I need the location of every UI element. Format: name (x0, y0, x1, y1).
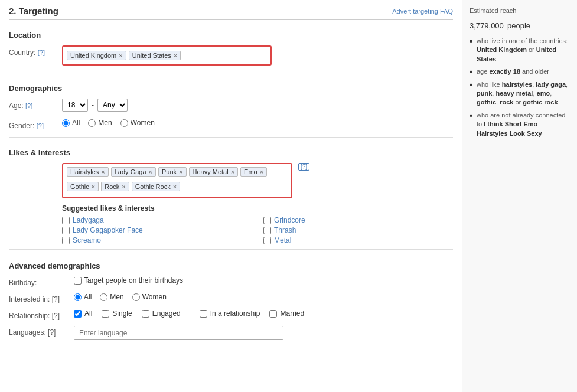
reach-number: 3,779,000 people (470, 17, 570, 32)
rel-single[interactable]: Single (102, 309, 132, 318)
birthday-row: Birthday: Target people on their birthda… (9, 276, 453, 287)
bullet-not-connected: who are not already connected to I think… (470, 111, 570, 138)
birthday-check[interactable]: Target people on their birthdays (74, 276, 183, 285)
gender-men[interactable]: Men (88, 119, 112, 127)
rel-inrelationship[interactable]: In a relationship (200, 309, 260, 318)
suggested-title: Suggested likes & interests (62, 204, 453, 213)
interested-row: Interested in: [?] All Men Women (9, 293, 453, 303)
interested-all[interactable]: All (74, 293, 92, 301)
rel-engaged[interactable]: Engaged (142, 309, 181, 318)
languages-help[interactable]: [?] (48, 328, 56, 337)
demographics-section: Demographics Age: [?] 18 - Any (9, 84, 453, 130)
sidebar-bullets: who live in one of the countries: United… (470, 37, 570, 138)
birthday-label: Birthday: (9, 276, 74, 287)
suggest-thrash[interactable]: Thrash (263, 226, 453, 234)
location-title: Location (9, 31, 453, 40)
gender-all[interactable]: All (62, 119, 80, 127)
age-to-select[interactable]: Any (97, 99, 128, 112)
demographics-title: Demographics (9, 84, 453, 93)
tag-punk: Punk× (158, 167, 187, 177)
tag-emo: Emo× (240, 167, 267, 177)
interested-help[interactable]: [?] (52, 295, 60, 303)
remove-emo[interactable]: × (260, 168, 263, 175)
likes-help[interactable]: [?] (298, 163, 309, 171)
divider-3 (9, 249, 453, 250)
bullet-countries: who live in one of the countries: United… (470, 37, 570, 64)
birthday-checkbox[interactable] (74, 277, 82, 285)
likes-section: Likes & interests Hairstyles× Lady Gaga×… (9, 148, 453, 244)
remove-gothic[interactable]: × (92, 183, 95, 190)
age-help[interactable]: [?] (25, 102, 32, 109)
relationship-help[interactable]: [?] (52, 312, 60, 320)
location-section: Location Country: [?] United Kingdom × U… (9, 31, 453, 66)
likes-input-box[interactable]: Hairstyles× Lady Gaga× Punk× Heavy Metal… (62, 163, 292, 198)
bullet-likes: who like hairstyles, lady gaga, punk, he… (470, 80, 570, 107)
country-input-box[interactable]: United Kingdom × United States × (62, 45, 272, 66)
age-separator: - (92, 101, 94, 109)
remove-punk[interactable]: × (179, 168, 182, 175)
remove-us[interactable]: × (174, 52, 177, 59)
tag-ladygaga: Lady Gaga× (111, 167, 156, 177)
languages-input[interactable] (74, 326, 283, 340)
remove-rock[interactable]: × (122, 183, 125, 190)
gender-row: Gender: [?] All Men Women (9, 119, 453, 130)
bullet-age: age exactly 18 and older (470, 67, 570, 76)
languages-row: Languages: [?] (9, 326, 453, 340)
gender-help[interactable]: [?] (37, 122, 44, 129)
targeting-label: 2. Targeting (9, 6, 58, 16)
divider-1 (9, 73, 453, 73)
country-label: Country: [?] (9, 45, 62, 57)
age-inputs: 18 - Any (62, 99, 128, 112)
interested-options: All Men Women (74, 293, 167, 301)
interested-men[interactable]: Men (100, 293, 123, 301)
country-row: Country: [?] United Kingdom × United Sta… (9, 45, 453, 66)
suggested-grid: Ladygaga Grindcore Lady Gagapoker Face T… (62, 216, 453, 244)
suggest-screamo[interactable]: Screamo (62, 236, 252, 244)
interested-label: Interested in: [?] (9, 293, 74, 303)
faq-link[interactable]: Advert targeting FAQ (392, 8, 453, 15)
advanced-title: Advanced demographics (9, 262, 453, 270)
tag-gothicrock: Gothic Rock× (132, 182, 180, 191)
tag-hairstyles: Hairstyles× (67, 167, 109, 177)
suggest-grindcore[interactable]: Grindcore (263, 216, 453, 224)
advanced-section: Advanced demographics Birthday: Target p… (9, 262, 453, 340)
estimated-reach-label: Estimated reach (470, 7, 570, 14)
rel-all[interactable]: All (74, 309, 92, 318)
remove-gothicrock[interactable]: × (173, 183, 177, 190)
gender-women[interactable]: Women (120, 119, 155, 127)
likes-input-container: Hairstyles× Lady Gaga× Punk× Heavy Metal… (62, 163, 453, 244)
divider-2 (9, 137, 453, 138)
remove-heavymetal[interactable]: × (231, 168, 234, 175)
relationship-label: Relationship: [?] (9, 309, 74, 320)
suggest-ladygagapoker[interactable]: Lady Gagapoker Face (62, 226, 252, 234)
age-from-select[interactable]: 18 (62, 99, 88, 112)
tag-rock: Rock× (101, 182, 129, 191)
tag-us: United States × (129, 51, 181, 60)
interested-women[interactable]: Women (132, 293, 167, 301)
remove-uk[interactable]: × (119, 52, 122, 59)
country-input[interactable] (183, 51, 267, 60)
age-label: Age: [?] (9, 99, 62, 110)
section-targeting-title: 2. Targeting Advert targeting FAQ (9, 6, 453, 20)
suggest-metal[interactable]: Metal (263, 236, 453, 244)
remove-hairstyles[interactable]: × (101, 168, 105, 175)
tag-heavymetal: Heavy Metal× (189, 167, 239, 177)
rel-married[interactable]: Married (269, 309, 304, 318)
tag-gothic: Gothic× (67, 182, 99, 191)
likes-title: Likes & interests (9, 148, 453, 157)
likes-input[interactable] (182, 182, 288, 190)
age-row: Age: [?] 18 - Any (9, 99, 453, 112)
languages-label: Languages: [?] (9, 326, 74, 337)
relationship-options: All Single Engaged In a relationship Mar… (74, 309, 304, 318)
relationship-row: Relationship: [?] All Single Engaged (9, 309, 453, 320)
remove-ladygaga[interactable]: × (149, 168, 152, 175)
country-help[interactable]: [?] (38, 49, 45, 56)
suggest-ladygaga[interactable]: Ladygaga (62, 216, 252, 224)
tag-uk: United Kingdom × (67, 51, 126, 60)
gender-label: Gender: [?] (9, 119, 62, 130)
sidebar: Estimated reach 3,779,000 people who liv… (462, 0, 577, 392)
gender-options: All Men Women (62, 119, 155, 127)
